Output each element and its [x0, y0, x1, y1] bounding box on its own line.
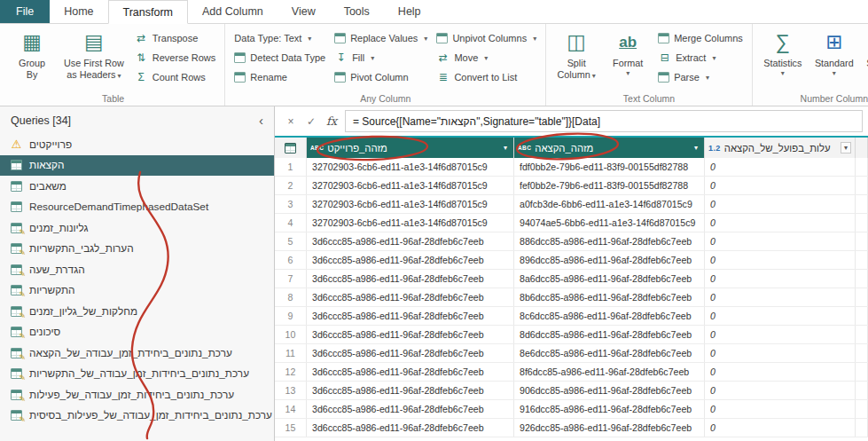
row-number[interactable]: 13 — [275, 382, 307, 399]
table-cell[interactable]: 0 — [705, 400, 856, 418]
table-cell[interactable]: 8f6dcc85-a986-ed11-96af-28dfeb6c7eeb — [514, 363, 705, 381]
ribbon-button[interactable]: ↧Fill▾ — [332, 49, 429, 67]
ribbon-button[interactable]: ◫SplitColumn▾ — [553, 27, 599, 91]
ribbon-button[interactable]: ⊞Standard▾ — [811, 27, 857, 91]
filter-dropdown-icon[interactable]: ▾ — [841, 142, 851, 154]
query-item[interactable]: משאבים — [0, 176, 274, 197]
column-header[interactable] — [856, 138, 868, 158]
row-number[interactable]: 11 — [275, 344, 307, 362]
table-cell[interactable]: 896dcc85-a986-ed11-96af-28dfeb6c7eeb — [514, 251, 705, 269]
query-item[interactable]: ערכת_נתונים_ביחידת_זמן_עבודה_של_הקצאה — [0, 343, 274, 364]
table-cell[interactable]: 0 — [705, 214, 856, 232]
ribbon-button[interactable]: ∑Statistics▾ — [760, 27, 806, 91]
table-cell[interactable]: 3d6ccc85-a986-ed11-96af-28dfeb6c7eeb — [307, 382, 514, 399]
table-cell[interactable]: fdf0bb2e-79b6-ed11-83f9-00155df82788 — [514, 158, 705, 176]
table-cell[interactable]: 0 — [705, 270, 856, 287]
row-number[interactable]: 1 — [275, 158, 307, 176]
query-item[interactable]: הגדרת_שעה — [0, 259, 274, 280]
table-cell[interactable]: 3d6ccc85-a986-ed11-96af-28dfeb6c7eeb — [307, 251, 514, 269]
ribbon-button[interactable]: Detect Data Type — [232, 49, 327, 67]
commit-formula-icon[interactable]: ✓ — [304, 115, 318, 128]
table-cell[interactable]: 916dcc85-a986-ed11-96af-28dfeb6c7eeb — [514, 400, 705, 418]
table-cell[interactable]: 0 — [705, 288, 856, 306]
ribbon-button[interactable]: Replace Values▾ — [332, 29, 429, 47]
table-cell[interactable]: 3d6ccc85-a986-ed11-96af-28dfeb6c7eeb — [307, 344, 514, 362]
row-number[interactable]: 8 — [275, 288, 307, 306]
row-number[interactable]: 7 — [275, 270, 307, 287]
query-item[interactable]: ResourceDemandTimephasedDataSet — [0, 197, 274, 218]
query-item[interactable]: הערות_לגבי_התקשריות — [0, 239, 274, 260]
row-number[interactable]: 5 — [275, 232, 307, 250]
table-cell[interactable]: 3d6ccc85-a986-ed11-96af-28dfeb6c7eeb — [307, 307, 514, 325]
ribbon-button[interactable]: ΣCount Rows — [133, 68, 218, 86]
row-number[interactable]: 9 — [275, 307, 307, 325]
cancel-formula-icon[interactable]: × — [284, 115, 298, 128]
tab-add-column[interactable]: Add Column — [188, 0, 278, 23]
fx-icon[interactable]: fx — [325, 114, 339, 128]
query-item[interactable]: ערכת_נתונים_ביחידות_זמן_עבודה_של_פעילות — [0, 384, 274, 406]
query-item[interactable]: מחלקות_של_גליון_זמנים — [0, 301, 274, 322]
ribbon-button[interactable]: Unpivot Columns▾ — [434, 29, 538, 47]
filter-dropdown-icon[interactable]: ▾ — [501, 143, 510, 153]
ribbon-button[interactable]: ▦GroupBy — [9, 27, 55, 91]
ribbon-button[interactable]: ⇄Move▾ — [434, 49, 538, 67]
table-cell[interactable]: 0 — [705, 232, 856, 250]
table-menu-button[interactable] — [275, 138, 307, 158]
query-item[interactable]: התקשריות — [0, 280, 274, 302]
row-number[interactable]: 10 — [275, 326, 307, 343]
table-cell[interactable]: 0 — [705, 363, 856, 381]
table-cell[interactable]: 32702903-6cb6-ed11-a1e3-14f6d87015c9 — [307, 195, 514, 213]
formula-input[interactable]: = Source{[Name="הקצאות",Signature="table… — [345, 110, 863, 132]
ribbon-button[interactable]: ≣Convert to List — [434, 68, 538, 86]
table-cell[interactable]: 3d6ccc85-a986-ed11-96af-28dfeb6c7eeb — [307, 232, 514, 250]
table-cell[interactable]: 926dcc85-a986-ed11-96af-28dfeb6c7eeb — [514, 419, 705, 437]
tab-transform[interactable]: Transform — [108, 0, 189, 24]
ribbon-button[interactable]: ▤Use First Rowas Headers▾ — [60, 27, 128, 91]
table-cell[interactable]: 3d6ccc85-a986-ed11-96af-28dfeb6c7eeb — [307, 419, 514, 437]
table-cell[interactable]: 3d6ccc85-a986-ed11-96af-28dfeb6c7eeb — [307, 400, 514, 418]
tab-home[interactable]: Home — [50, 0, 107, 23]
query-item[interactable]: הקצאות — [0, 155, 274, 177]
table-cell[interactable]: fef0bb2e-79b6-ed11-83f9-00155df82788 — [514, 177, 705, 194]
ribbon-button[interactable]: ⇄Transpose — [133, 29, 218, 47]
column-header[interactable]: ABCמזהה_פרוייקט▾ — [307, 138, 514, 158]
table-cell[interactable]: 3d6ccc85-a986-ed11-96af-28dfeb6c7eeb — [307, 363, 514, 381]
filter-dropdown-icon[interactable]: ▾ — [692, 143, 700, 153]
query-item[interactable]: סיכונים — [0, 322, 274, 343]
table-cell[interactable]: 32702903-6cb6-ed11-a1e3-14f6d87015c9 — [307, 214, 514, 232]
tab-view[interactable]: View — [278, 0, 330, 23]
query-item[interactable]: ערכת_נתונים_ביחידות_זמן_עבודה_של_פעילות_… — [0, 406, 274, 427]
query-item[interactable]: גליונות_זמנים — [0, 217, 274, 239]
table-cell[interactable]: 3d6ccc85-a986-ed11-96af-28dfeb6c7eeb — [307, 288, 514, 306]
table-cell[interactable]: 3d6ccc85-a986-ed11-96af-28dfeb6c7eeb — [307, 270, 514, 287]
table-cell[interactable]: 8c6dcc85-a986-ed11-96af-28dfeb6c7eeb — [514, 307, 705, 325]
row-number[interactable]: 2 — [275, 177, 307, 194]
row-number[interactable]: 4 — [275, 214, 307, 232]
table-cell[interactable]: 8b6dcc85-a986-ed11-96af-28dfeb6c7eeb — [514, 288, 705, 306]
table-cell[interactable]: 0 — [705, 195, 856, 213]
collapse-pane-icon[interactable]: ‹ — [259, 114, 263, 127]
row-number[interactable]: 6 — [275, 251, 307, 269]
table-cell[interactable]: 0 — [705, 382, 856, 399]
table-cell[interactable]: 8e6dcc85-a986-ed11-96af-28dfeb6c7eeb — [514, 344, 705, 362]
ribbon-button[interactable]: abFormat▾ — [605, 27, 651, 91]
row-number[interactable]: 14 — [275, 400, 307, 418]
ribbon-button[interactable]: Rename — [232, 68, 327, 86]
table-cell[interactable]: 0 — [705, 158, 856, 176]
ribbon-button[interactable]: ⊟Extract▾ — [656, 49, 745, 67]
query-item[interactable]: ערכת_נתונים_ביחידות_זמן_עבודה_של_התקשריו… — [0, 364, 274, 385]
tab-tools[interactable]: Tools — [330, 0, 384, 23]
row-number[interactable]: 15 — [275, 419, 307, 437]
table-cell[interactable]: 886dcc85-a986-ed11-96af-28dfeb6c7eeb — [514, 232, 705, 250]
ribbon-button[interactable]: Parse▾ — [656, 68, 745, 86]
row-number[interactable]: 12 — [275, 363, 307, 381]
table-cell[interactable]: 0 — [705, 344, 856, 362]
table-cell[interactable]: 32702903-6cb6-ed11-a1e3-14f6d87015c9 — [307, 158, 514, 176]
table-cell[interactable]: 0 — [705, 307, 856, 325]
query-item[interactable]: ⚠פרוייקטים — [0, 134, 274, 155]
column-header[interactable]: 1.2עלות_בפועל_של_הקצאה▾ — [705, 138, 856, 158]
ribbon-button[interactable]: Merge Columns — [656, 29, 745, 47]
table-cell[interactable]: 0 — [705, 326, 856, 343]
table-cell[interactable]: 0 — [705, 251, 856, 269]
ribbon-button[interactable]: 10²Scientific▾ — [863, 27, 868, 91]
